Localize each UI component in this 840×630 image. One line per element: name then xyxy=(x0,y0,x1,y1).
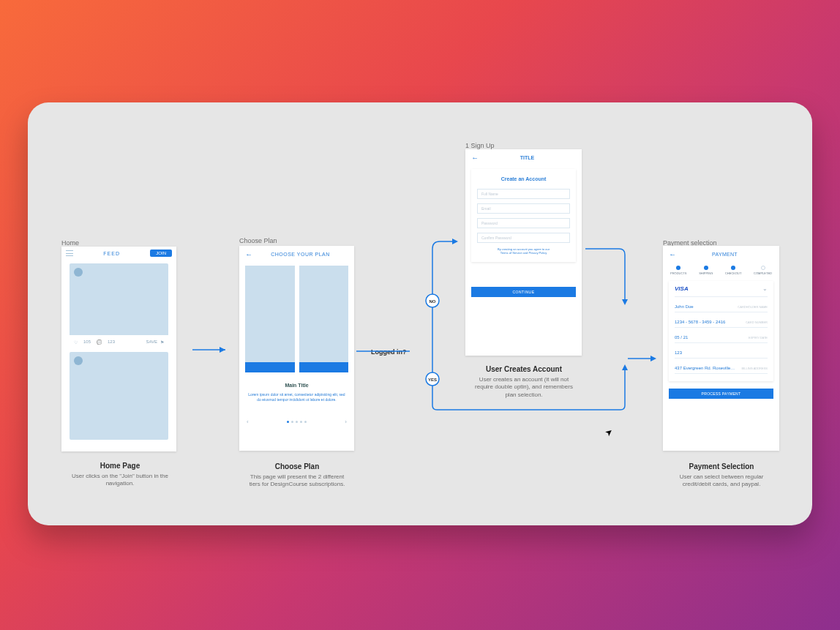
choose-plan-label: Choose Plan xyxy=(239,237,277,244)
view-count: 123 xyxy=(108,340,115,344)
signup-label: 1 Sign Up xyxy=(465,142,495,149)
step-shipping: SHIPPING xyxy=(699,266,713,275)
card-number-field[interactable]: 1234 - 5678 - 3459 - 2416CARD NUMBER xyxy=(675,312,768,328)
step-products: PRODUCTS xyxy=(670,266,686,275)
signup-screen: ← TITLE Create an Account Full Name Emai… xyxy=(465,149,582,356)
terms-link[interactable]: Terms of Service and Privacy Policy xyxy=(500,251,547,255)
confirm-password-field[interactable]: Confirm Password xyxy=(477,233,570,243)
process-payment-button[interactable]: PROCESS PAYMENT xyxy=(669,389,773,399)
home-label: Home xyxy=(61,239,79,247)
plan-description: Lorem ipsum dolor sit amet, consectetur … xyxy=(239,388,354,402)
back-arrow-icon[interactable]: ← xyxy=(245,250,252,258)
password-field[interactable]: Password xyxy=(477,218,570,228)
save-label[interactable]: SAVE xyxy=(146,340,157,344)
avatar-icon xyxy=(74,268,83,277)
feed-title: FEED xyxy=(103,251,120,256)
address-field[interactable]: 437 Evergreen Rd. Roseville…BILLING ADDR… xyxy=(675,359,768,374)
step-completed: COMPLETED xyxy=(754,266,772,275)
heart-icon[interactable]: ♡ xyxy=(74,340,78,345)
hamburger-icon[interactable] xyxy=(66,250,73,256)
next-arrow-icon[interactable]: › xyxy=(345,419,347,425)
email-field[interactable]: Email xyxy=(477,203,570,214)
back-arrow-icon[interactable]: ← xyxy=(669,250,676,258)
full-name-field[interactable]: Full Name xyxy=(477,189,570,199)
feed-card[interactable]: ♡105 💬123 SAVE⚑ xyxy=(70,263,168,348)
chat-icon[interactable]: 💬 xyxy=(97,340,102,345)
plan-main-title: Main Title xyxy=(239,383,354,388)
payment-caption: Payment Selection User can select betwee… xyxy=(668,462,775,489)
payment-title: PAYMENT xyxy=(676,252,773,257)
payment-screen: ← PAYMENT PRODUCTS SHIPPING CHECKOUT COM… xyxy=(663,246,779,451)
visa-logo: VISA xyxy=(675,285,689,292)
step-checkout: CHECKOUT xyxy=(725,266,741,275)
continue-button[interactable]: CONTINUE xyxy=(471,287,576,297)
terms-text: By creating an account you agree to our … xyxy=(477,247,570,255)
cvv-field[interactable]: 123 xyxy=(675,343,768,359)
card-type-selector[interactable]: VISA ⌄ xyxy=(675,285,768,297)
choose-plan-screen: ← CHOOSE YOUR PLAN Main Title Lorem ipsu… xyxy=(239,246,354,451)
bookmark-icon[interactable]: ⚑ xyxy=(160,340,164,345)
home-screen: FEED JOIN ♡105 💬123 SAVE⚑ xyxy=(61,247,176,451)
signup-title: TITLE xyxy=(479,155,576,160)
avatar-icon xyxy=(74,356,83,365)
prev-arrow-icon[interactable]: ‹ xyxy=(247,419,249,425)
feed-card[interactable] xyxy=(70,352,168,440)
like-count: 105 xyxy=(83,340,91,344)
plan-card[interactable] xyxy=(299,266,349,372)
logged-in-label: Logged in? xyxy=(371,348,407,356)
page-dots xyxy=(287,421,307,423)
choose-plan-title: CHOOSE YOUR PLAN xyxy=(252,252,348,257)
plan-caption: Choose Plan This page will present the 2… xyxy=(244,462,350,489)
signup-caption: User Creates Account User creates an acc… xyxy=(470,365,578,399)
join-button[interactable]: JOIN xyxy=(150,250,172,257)
cardholder-name-field[interactable]: John DoeCARDHOLDER NAME xyxy=(675,297,768,312)
create-account-heading: Create an Account xyxy=(477,176,570,181)
chevron-down-icon: ⌄ xyxy=(762,285,768,292)
plan-card[interactable] xyxy=(245,266,295,372)
expiry-field[interactable]: 05 / 21EXPIRY DATE xyxy=(675,328,768,343)
home-caption: Home Page User clicks on the "Join" butt… xyxy=(69,462,171,488)
back-arrow-icon[interactable]: ← xyxy=(471,154,479,162)
